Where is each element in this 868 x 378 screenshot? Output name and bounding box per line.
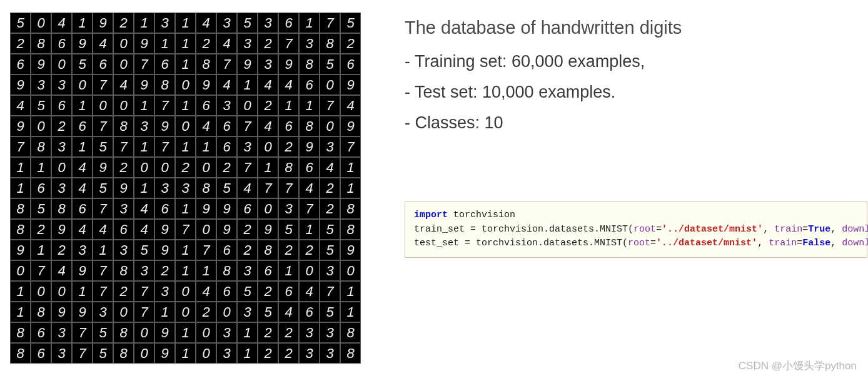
digit-cell: 9 bbox=[196, 74, 216, 95]
digit-cell: 6 bbox=[113, 219, 134, 240]
digit-cell: 4 bbox=[93, 33, 113, 54]
digit-cell: 1 bbox=[175, 54, 196, 74]
digit-cell: 5 bbox=[93, 343, 113, 364]
digit-cell: 1 bbox=[175, 13, 196, 33]
code-block: import torchvision train_set = torchvisi… bbox=[405, 202, 867, 258]
digit-cell: 7 bbox=[216, 54, 237, 74]
digit-cell: 5 bbox=[320, 240, 340, 260]
description-line-2: - Classes: 10 bbox=[405, 113, 867, 133]
digit-cell: 0 bbox=[134, 322, 154, 343]
digit-cell: 4 bbox=[72, 178, 93, 198]
digit-cell: 1 bbox=[175, 322, 196, 343]
comma: , bbox=[830, 224, 842, 235]
digit-cell: 0 bbox=[340, 260, 361, 281]
digit-cell: 1 bbox=[175, 95, 196, 116]
digit-cell: 0 bbox=[51, 54, 72, 74]
bool-true: True bbox=[808, 224, 830, 235]
digit-cell: 3 bbox=[299, 343, 320, 364]
digit-cell: 8 bbox=[340, 198, 361, 219]
digit-cell: 0 bbox=[258, 136, 278, 157]
comma: , bbox=[830, 238, 842, 248]
digit-cell: 8 bbox=[10, 343, 31, 364]
digit-cell: 6 bbox=[278, 13, 299, 33]
digit-cell: 6 bbox=[299, 74, 320, 95]
digit-cell: 4 bbox=[134, 198, 154, 219]
digit-cell: 5 bbox=[31, 198, 51, 219]
digit-cell: 8 bbox=[299, 54, 320, 74]
import-keyword: import bbox=[414, 210, 448, 220]
code-line-2: train_set = torchvision.datasets.MNIST(r… bbox=[414, 223, 858, 237]
digit-cell: 2 bbox=[278, 240, 299, 260]
digit-cell: 4 bbox=[10, 95, 31, 116]
digit-cell: 9 bbox=[10, 240, 31, 260]
digit-cell: 3 bbox=[237, 260, 258, 281]
equals: = bbox=[656, 224, 662, 235]
digit-cell: 5 bbox=[320, 219, 340, 240]
digit-cell: 1 bbox=[299, 13, 320, 33]
digit-cell: 2 bbox=[31, 219, 51, 240]
digit-cell: 1 bbox=[340, 157, 361, 178]
digit-cell: 4 bbox=[134, 219, 154, 240]
digit-cell: 1 bbox=[10, 302, 31, 322]
digit-cell: 3 bbox=[113, 240, 134, 260]
digit-cell: 9 bbox=[299, 136, 320, 157]
digit-cell: 2 bbox=[154, 260, 175, 281]
digit-cell: 9 bbox=[237, 54, 258, 74]
digit-cell: 1 bbox=[72, 281, 93, 302]
digit-cell: 8 bbox=[31, 302, 51, 322]
digit-cell: 8 bbox=[216, 260, 237, 281]
digit-cell: 6 bbox=[51, 95, 72, 116]
digit-cell: 2 bbox=[196, 33, 216, 54]
digit-cell: 9 bbox=[196, 198, 216, 219]
digit-cell: 1 bbox=[258, 157, 278, 178]
equals: = bbox=[650, 238, 656, 248]
equals: = bbox=[797, 238, 802, 248]
digit-cell: 6 bbox=[278, 116, 299, 136]
digit-cell: 9 bbox=[340, 74, 361, 95]
digit-cell: 0 bbox=[113, 95, 134, 116]
digit-cell: 3 bbox=[51, 136, 72, 157]
digit-cell: 0 bbox=[113, 33, 134, 54]
digit-cell: 0 bbox=[175, 74, 196, 95]
digit-cell: 0 bbox=[175, 281, 196, 302]
digit-cell: 4 bbox=[340, 95, 361, 116]
digit-cell: 6 bbox=[72, 116, 93, 136]
digit-cell: 9 bbox=[154, 116, 175, 136]
digit-cell: 2 bbox=[258, 343, 278, 364]
digit-cell: 8 bbox=[10, 322, 31, 343]
digit-cell: 3 bbox=[258, 13, 278, 33]
digit-cell: 3 bbox=[154, 178, 175, 198]
digit-cell: 0 bbox=[196, 219, 216, 240]
digit-cell: 1 bbox=[175, 240, 196, 260]
digit-cell: 9 bbox=[134, 33, 154, 54]
digit-cell: 6 bbox=[299, 157, 320, 178]
digit-cell: 0 bbox=[51, 281, 72, 302]
digit-cell: 2 bbox=[340, 33, 361, 54]
digit-cell: 3 bbox=[216, 13, 237, 33]
digit-cell: 2 bbox=[258, 33, 278, 54]
train-set-prefix: train_set = torchvision.datasets.MNIST( bbox=[414, 224, 633, 235]
digit-cell: 3 bbox=[320, 136, 340, 157]
digit-cell: 1 bbox=[340, 281, 361, 302]
digit-cell: 1 bbox=[175, 136, 196, 157]
digit-cell: 6 bbox=[154, 198, 175, 219]
code-line-3: test_set = torchvision.datasets.MNIST(ro… bbox=[414, 237, 858, 251]
digit-cell: 8 bbox=[113, 322, 134, 343]
digit-cell: 8 bbox=[340, 322, 361, 343]
digit-cell: 0 bbox=[134, 157, 154, 178]
digit-cell: 9 bbox=[278, 54, 299, 74]
digit-cell: 8 bbox=[113, 343, 134, 364]
digit-cell: 8 bbox=[196, 54, 216, 74]
digit-cell: 7 bbox=[93, 260, 113, 281]
digit-cell: 0 bbox=[175, 302, 196, 322]
digit-cell: 5 bbox=[237, 13, 258, 33]
digit-cell: 9 bbox=[93, 157, 113, 178]
digit-cell: 3 bbox=[31, 74, 51, 95]
digit-cell: 9 bbox=[340, 116, 361, 136]
digit-cell: 1 bbox=[72, 95, 93, 116]
digit-cell: 4 bbox=[237, 178, 258, 198]
digit-cell: 0 bbox=[154, 157, 175, 178]
digit-cell: 8 bbox=[299, 116, 320, 136]
digit-cell: 7 bbox=[93, 281, 113, 302]
digit-cell: 7 bbox=[134, 281, 154, 302]
